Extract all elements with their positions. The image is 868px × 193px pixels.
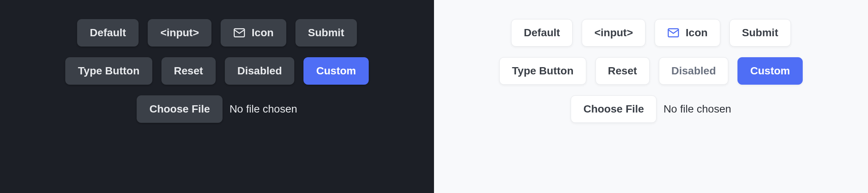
light-row-1: Default <input> Icon Submit bbox=[511, 19, 791, 47]
mail-icon bbox=[667, 27, 679, 39]
disabled-button: Disabled bbox=[659, 57, 729, 85]
reset-button[interactable]: Reset bbox=[161, 57, 216, 85]
file-status-text: No file chosen bbox=[229, 103, 297, 115]
submit-button[interactable]: Submit bbox=[729, 19, 791, 47]
light-file-row: Choose File No file chosen bbox=[571, 95, 731, 123]
type-button[interactable]: Type Button bbox=[65, 57, 152, 85]
choose-file-button[interactable]: Choose File bbox=[571, 95, 657, 123]
submit-button[interactable]: Submit bbox=[295, 19, 357, 47]
dark-panel: Default <input> Icon Submit Type Button … bbox=[0, 0, 434, 193]
input-button[interactable]: <input> bbox=[148, 19, 211, 47]
default-button[interactable]: Default bbox=[511, 19, 573, 47]
icon-button[interactable]: Icon bbox=[655, 19, 720, 47]
icon-button-label: Icon bbox=[252, 27, 274, 39]
light-row-2: Type Button Reset Disabled Custom bbox=[499, 57, 802, 85]
custom-button[interactable]: Custom bbox=[303, 57, 368, 85]
light-panel: Default <input> Icon Submit Type Button … bbox=[434, 0, 868, 193]
choose-file-button[interactable]: Choose File bbox=[137, 95, 223, 123]
mail-icon bbox=[233, 27, 245, 39]
disabled-button: Disabled bbox=[225, 57, 295, 85]
dark-row-2: Type Button Reset Disabled Custom bbox=[65, 57, 368, 85]
input-button[interactable]: <input> bbox=[582, 19, 645, 47]
dark-row-1: Default <input> Icon Submit bbox=[77, 19, 357, 47]
type-button[interactable]: Type Button bbox=[499, 57, 586, 85]
custom-button[interactable]: Custom bbox=[737, 57, 802, 85]
icon-button-label: Icon bbox=[686, 27, 708, 39]
default-button[interactable]: Default bbox=[77, 19, 139, 47]
dark-file-row: Choose File No file chosen bbox=[137, 95, 297, 123]
icon-button[interactable]: Icon bbox=[221, 19, 286, 47]
reset-button[interactable]: Reset bbox=[595, 57, 650, 85]
file-status-text: No file chosen bbox=[663, 103, 731, 115]
